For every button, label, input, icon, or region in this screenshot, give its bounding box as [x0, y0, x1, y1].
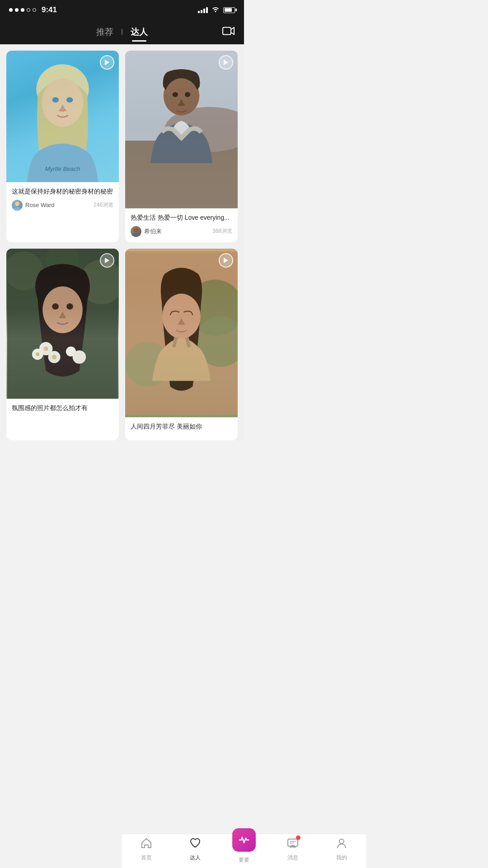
card-2-author-name: 希伯来 [144, 227, 162, 236]
svg-point-5 [66, 97, 73, 103]
video-record-button[interactable] [222, 26, 235, 38]
card-3-body: 氛围感的照片都怎么拍才有 [6, 399, 119, 422]
tab-daren[interactable]: 达人 [131, 26, 148, 38]
card-2-image [125, 51, 238, 208]
signal-icon [198, 7, 208, 13]
card-4-title: 人间四月芳菲尽 美丽如你 [131, 422, 232, 431]
card-3-play-btn[interactable] [100, 253, 114, 268]
card-1-image: Myrtle Beach [6, 51, 119, 182]
svg-point-33 [52, 354, 56, 359]
svg-point-30 [73, 350, 86, 364]
svg-point-23 [42, 286, 83, 333]
card-2[interactable]: 热爱生活 热爱一切 Love everying... 希伯来 368浏览 [125, 51, 238, 242]
card-2-title: 热爱生活 热爱一切 Love everying... [131, 213, 232, 222]
svg-point-14 [164, 78, 198, 115]
card-2-body: 热爱生活 热爱一切 Love everying... 希伯来 368浏览 [125, 208, 238, 242]
card-4-play-btn[interactable] [219, 253, 233, 268]
bar-3 [203, 9, 205, 13]
header: 推荐 I 达人 [0, 20, 244, 44]
card-1-body: 这就是保持好身材的秘密身材的秘密 Rose Ward 246浏览 [6, 182, 119, 216]
card-2-play-btn[interactable] [219, 55, 233, 70]
svg-point-18 [132, 233, 140, 237]
svg-point-25 [66, 303, 73, 310]
bar-2 [201, 10, 202, 13]
card-1-author-name: Rose Ward [25, 202, 55, 208]
card-2-author: 希伯来 [131, 226, 162, 237]
card-1[interactable]: Myrtle Beach 这就是保持好身材的秘密身材的秘密 Rose Ward [6, 51, 119, 242]
card-4-body: 人间四月芳菲尽 美丽如你 [125, 417, 238, 440]
card-4[interactable]: 人间四月芳菲尽 美丽如你 [125, 249, 238, 441]
status-dots [9, 8, 36, 12]
svg-point-7 [15, 202, 19, 206]
card-1-views: 246浏览 [94, 201, 113, 209]
dot-4 [27, 8, 30, 12]
svg-point-32 [36, 352, 40, 356]
svg-point-17 [134, 228, 138, 232]
header-divider: I [121, 28, 123, 37]
battery-icon [223, 7, 235, 13]
content-grid: Myrtle Beach 这就是保持好身材的秘密身材的秘密 Rose Ward [0, 44, 244, 440]
status-left: 9:41 [9, 5, 57, 14]
card-2-views: 368浏览 [212, 227, 232, 235]
battery-fill [225, 8, 232, 12]
card-1-author: Rose Ward [12, 200, 55, 211]
tab-tuijian[interactable]: 推荐 [96, 26, 113, 38]
svg-point-24 [52, 303, 59, 310]
card-1-avatar [12, 200, 23, 211]
svg-rect-0 [223, 28, 231, 35]
card-2-avatar [131, 226, 141, 237]
svg-point-31 [44, 346, 48, 351]
card-3[interactable]: 氛围感的照片都怎么拍才有 [6, 249, 119, 441]
card-1-meta: Rose Ward 246浏览 [12, 200, 113, 211]
status-time: 9:41 [42, 5, 57, 14]
card-1-title: 这就是保持好身材的秘密身材的秘密 [12, 187, 113, 196]
dot-3 [21, 8, 24, 12]
svg-point-15 [173, 92, 178, 97]
bar-1 [198, 11, 200, 13]
card-3-title: 氛围感的照片都怎么拍才有 [12, 403, 113, 413]
card-1-play-btn[interactable] [100, 55, 114, 70]
card-2-meta: 希伯来 368浏览 [131, 226, 232, 237]
header-title: 推荐 I 达人 [96, 26, 147, 38]
svg-text:Myrtle Beach: Myrtle Beach [45, 165, 80, 172]
wifi-icon [211, 6, 220, 14]
svg-point-4 [52, 97, 59, 103]
svg-point-8 [13, 207, 21, 211]
dot-2 [15, 8, 19, 12]
dot-1 [9, 8, 13, 12]
status-right [198, 6, 235, 14]
card-4-image [125, 249, 238, 418]
card-3-image [6, 249, 119, 399]
bar-4 [206, 7, 208, 13]
status-bar: 9:41 [0, 0, 244, 20]
dot-5 [33, 8, 36, 12]
svg-point-16 [185, 92, 190, 97]
svg-point-3 [42, 79, 84, 127]
